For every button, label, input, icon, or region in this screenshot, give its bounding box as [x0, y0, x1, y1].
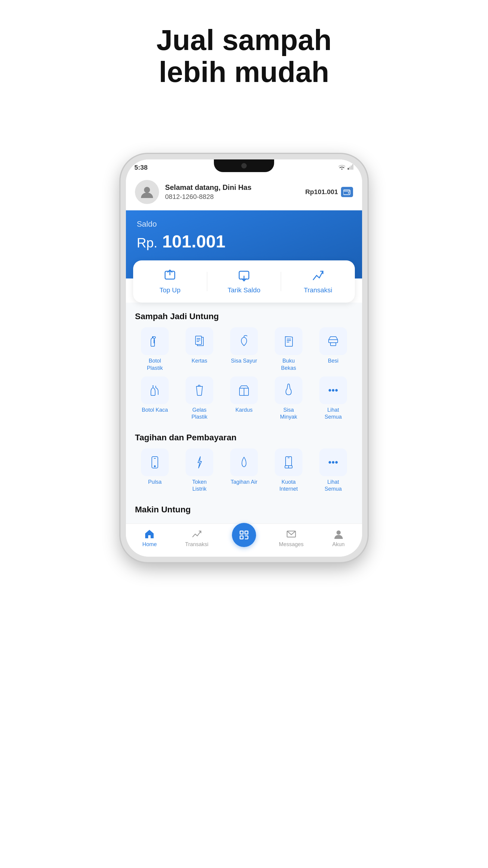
botol-kaca-label: Botol Kaca [141, 407, 168, 413]
item-gelas-plastik[interactable]: GelasPlastik [180, 376, 219, 421]
sisa-minyak-icon-box [275, 376, 302, 404]
item-botol-kaca[interactable]: Botol Kaca [135, 376, 175, 421]
sampah-section: Sampah Jadi Untung BotolPlastik [126, 303, 362, 424]
nav-home-label: Home [142, 541, 157, 548]
user-header: Selamat datang, Dini Has 0812-1260-8828 … [126, 174, 362, 210]
item-sisa-minyak[interactable]: SisaMinyak [269, 376, 308, 421]
svg-point-48 [336, 530, 341, 535]
botol-plastik-icon-box [141, 327, 169, 355]
svg-point-29 [335, 390, 337, 391]
saldo-label: Saldo [137, 219, 351, 229]
makin-untung-section: Makin Untung [126, 496, 362, 524]
item-buku-bekas[interactable]: BukuBekas [269, 327, 308, 372]
nav-akun[interactable]: Akun [315, 529, 362, 548]
sisa-minyak-label: SisaMinyak [280, 407, 297, 421]
phone-screen: 5:38 [126, 159, 362, 556]
item-token-listrik[interactable]: TokenListrik [180, 448, 219, 493]
botol-plastik-label: BotolPlastik [147, 358, 163, 372]
svg-rect-42 [245, 531, 248, 534]
gelas-plastik-label: GelasPlastik [191, 407, 207, 421]
svg-point-40 [335, 461, 337, 463]
nav-transaksi[interactable]: Transaksi [173, 529, 221, 548]
token-listrik-label: TokenListrik [192, 478, 207, 493]
lihat-semua-sampah-icon-box [319, 376, 347, 404]
svg-point-38 [329, 461, 331, 463]
buku-bekas-icon-box [275, 327, 302, 355]
item-kertas[interactable]: Kertas [180, 327, 219, 372]
bottom-nav: Home Transaksi [126, 524, 362, 557]
pulsa-label: Pulsa [148, 478, 161, 486]
topup-icon [163, 269, 176, 283]
wifi-icon [338, 164, 345, 171]
item-tagihan-air[interactable]: Tagihan Air [224, 448, 264, 493]
item-sisa-sayur[interactable]: Sisa Sayur [224, 327, 264, 372]
transaksi-icon [312, 269, 325, 283]
status-icons [338, 164, 354, 171]
item-besi[interactable]: Besi [313, 327, 353, 372]
token-listrik-icon-box [186, 448, 213, 476]
svg-rect-43 [240, 536, 243, 539]
content-area: Sampah Jadi Untung BotolPlastik [126, 303, 362, 523]
tarik-saldo-icon [237, 269, 251, 283]
svg-rect-20 [329, 340, 338, 343]
item-kuota-internet[interactable]: KuotaInternet [269, 448, 308, 493]
topup-button[interactable]: Top Up [133, 269, 207, 294]
besi-icon-box [319, 327, 347, 355]
item-lihat-semua-tagihan[interactable]: LihatSemua [313, 448, 353, 493]
sampah-grid: BotolPlastik Kertas [135, 327, 353, 421]
avatar [135, 180, 159, 204]
kuota-internet-label: KuotaInternet [279, 478, 298, 493]
nav-akun-label: Akun [332, 541, 345, 548]
svg-point-28 [332, 390, 334, 391]
svg-point-27 [329, 390, 331, 391]
item-botol-plastik[interactable]: BotolPlastik [135, 327, 175, 372]
tarik-saldo-button[interactable]: Tarik Saldo [207, 269, 281, 294]
tagihan-air-label: Tagihan Air [230, 478, 257, 486]
tagihan-air-icon-box [230, 448, 258, 476]
notch [214, 159, 274, 172]
svg-rect-5 [344, 190, 350, 195]
headline: Jual sampah lebih mudah [156, 24, 332, 124]
lihat-semua-sampah-label: LihatSemua [324, 407, 341, 421]
headline-line2: lebih mudah [156, 56, 332, 88]
pulsa-icon-box [141, 448, 169, 476]
user-info: Selamat datang, Dini Has 0812-1260-8828 [165, 183, 299, 201]
svg-rect-0 [348, 168, 349, 170]
lihat-semua-tagihan-icon-box [319, 448, 347, 476]
camera-dot [241, 163, 247, 168]
nav-messages[interactable]: Messages [267, 529, 315, 548]
saldo-prefix: Rp. [137, 236, 157, 250]
nav-home[interactable]: Home [126, 529, 173, 548]
nav-scan-button[interactable] [232, 523, 256, 547]
nav-scan-container [221, 529, 268, 547]
user-greeting: Selamat datang, Dini Has [165, 183, 299, 192]
nav-messages-label: Messages [279, 541, 304, 548]
status-bar: 5:38 [126, 159, 362, 174]
makin-untung-title: Makin Untung [135, 505, 353, 515]
svg-point-6 [348, 192, 349, 193]
tagihan-title: Tagihan dan Pembayaran [135, 433, 353, 442]
tagihan-grid: Pulsa TokenListrik [135, 448, 353, 493]
item-kardus[interactable]: Kardus [224, 376, 264, 421]
nav-transaksi-label: Transaksi [185, 541, 208, 548]
phone-frame: 5:38 [121, 154, 367, 562]
svg-marker-33 [198, 457, 201, 468]
saldo-value: 101.001 [162, 231, 226, 251]
transaksi-button[interactable]: Transaksi [281, 269, 355, 294]
status-time: 5:38 [134, 164, 148, 172]
svg-rect-21 [330, 343, 336, 346]
buku-bekas-label: BukuBekas [281, 358, 296, 372]
botol-kaca-icon-box [141, 376, 169, 404]
svg-rect-41 [240, 531, 243, 534]
sisa-sayur-label: Sisa Sayur [231, 358, 257, 364]
gelas-plastik-icon-box [186, 376, 213, 404]
tagihan-section: Tagihan dan Pembayaran Pulsa [126, 424, 362, 496]
item-pulsa[interactable]: Pulsa [135, 448, 175, 493]
svg-point-32 [154, 466, 156, 467]
item-lihat-semua-sampah[interactable]: LihatSemua [313, 376, 353, 421]
user-phone: 0812-1260-8828 [165, 193, 299, 201]
user-balance-display[interactable]: Rp101.001 [305, 187, 353, 197]
sampah-title: Sampah Jadi Untung [135, 312, 353, 321]
kuota-internet-icon-box [275, 448, 302, 476]
svg-rect-2 [351, 165, 352, 170]
